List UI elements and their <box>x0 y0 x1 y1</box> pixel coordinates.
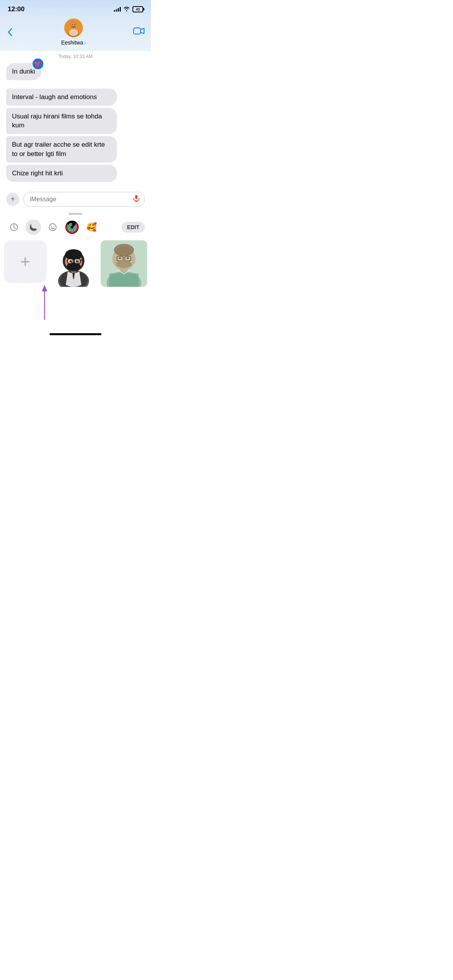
back-button[interactable] <box>6 26 14 38</box>
sticker-item[interactable] <box>101 240 147 287</box>
status-icons: 43 <box>114 6 143 12</box>
message-input[interactable] <box>23 192 145 207</box>
message-bubble: Usual raju hirani films se tohda kum <box>6 108 117 134</box>
heart-reaction-icon: ❤️ <box>32 58 44 70</box>
sticker-panel: + <box>0 240 151 287</box>
message-bubble: Chize right hit krti <box>6 165 117 182</box>
add-sticker-icon: + <box>20 252 30 271</box>
header: Eeshitwa › <box>0 16 151 51</box>
svg-point-14 <box>53 226 54 226</box>
sticker-tab-emoji[interactable] <box>45 219 60 235</box>
contact-avatar <box>64 19 83 37</box>
message-group: In dunki ❤️ Interval - laugh and emotion… <box>6 63 145 182</box>
svg-point-5 <box>72 24 73 25</box>
svg-rect-8 <box>135 195 137 199</box>
svg-point-6 <box>74 24 75 25</box>
message-input-wrapper <box>23 192 145 207</box>
svg-point-29 <box>76 260 79 262</box>
sticker-item[interactable] <box>50 240 97 287</box>
contact-name[interactable]: Eeshitwa › <box>61 39 86 46</box>
scroll-indicator <box>69 213 82 215</box>
bubble-wrapper: In dunki ❤️ <box>6 63 145 80</box>
sticker-tab-memoji[interactable]: 🥰 <box>84 219 99 235</box>
battery-icon: 43 <box>132 6 143 12</box>
contact-chevron-icon: › <box>84 40 86 46</box>
svg-point-28 <box>70 260 72 262</box>
audio-record-icon[interactable] <box>132 194 140 204</box>
message-plus-button[interactable]: + <box>6 193 19 206</box>
video-call-button[interactable] <box>133 27 145 38</box>
input-area: + <box>0 189 151 211</box>
contact-header[interactable]: Eeshitwa › <box>61 19 86 46</box>
svg-rect-7 <box>134 28 141 34</box>
svg-point-31 <box>77 260 78 261</box>
message-bubble: In dunki ❤️ <box>6 63 41 80</box>
svg-point-3 <box>69 29 78 36</box>
add-sticker-button[interactable]: + <box>4 240 46 283</box>
sticker-tab-bar: 🥰 EDIT <box>0 219 151 235</box>
message-timestamp: Today, 10:33 AM <box>6 54 145 59</box>
sticker-edit-button[interactable]: EDIT <box>122 222 145 233</box>
svg-rect-51 <box>101 240 147 287</box>
home-indicator <box>50 333 101 335</box>
message-bubble: Interval - laugh and emotions <box>6 89 117 106</box>
svg-point-30 <box>71 260 72 261</box>
wifi-icon <box>123 6 130 12</box>
svg-marker-53 <box>42 285 47 291</box>
svg-point-12 <box>49 224 56 231</box>
arrow-annotation <box>0 287 151 326</box>
status-time: 12:00 <box>8 5 24 13</box>
messages-area: Today, 10:33 AM In dunki ❤️ Interval - l… <box>0 51 151 189</box>
sticker-tab-moon[interactable] <box>26 219 41 235</box>
message-bubble: But agr trailer acche se edit krte to or… <box>6 136 117 163</box>
svg-point-13 <box>51 226 52 226</box>
svg-point-24 <box>65 249 82 260</box>
signal-bars-icon <box>114 7 121 12</box>
sticker-tab-recent[interactable] <box>6 219 22 235</box>
status-bar: 12:00 43 <box>0 0 151 16</box>
sticker-tab-activity[interactable] <box>64 219 80 235</box>
